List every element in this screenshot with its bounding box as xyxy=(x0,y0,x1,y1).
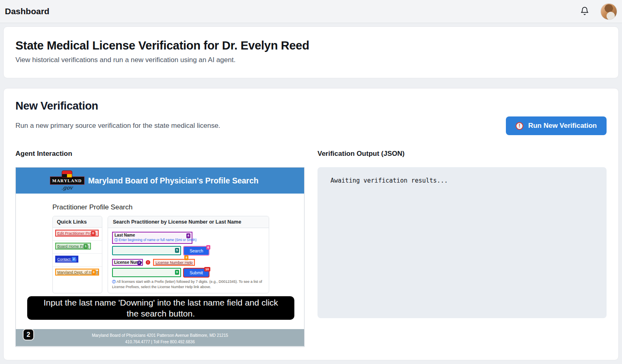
agent-interaction-heading: Agent Interaction xyxy=(15,150,305,158)
run-new-verification-button[interactable]: ! Run New Verification xyxy=(506,116,607,135)
agent-instruction-overlay: Input the last name 'Downing' into the l… xyxy=(27,296,294,320)
license-label-row: License Number 7 ! License Number Help 8 xyxy=(112,259,265,266)
site-header-title: Maryland Board of Physician's Profile Se… xyxy=(88,176,259,185)
info-icon: ⓘ xyxy=(114,238,118,242)
license-number-help-link[interactable]: License Number Help 8 xyxy=(153,259,195,266)
maryland-gov-logo: MARYLAND .gov xyxy=(52,170,82,191)
submit-button[interactable]: Submit 10 xyxy=(184,269,209,277)
info-icon: ⓘ xyxy=(112,280,116,284)
som-badge-7: 7 xyxy=(137,261,141,265)
search-panels: Quick Links Edit Practitioner Profile 0 … xyxy=(52,216,269,293)
new-verification-card: New Verification Run a new primary sourc… xyxy=(3,88,619,360)
new-verification-title: New Verification xyxy=(15,100,607,112)
bell-icon xyxy=(580,6,589,17)
broken-image-icon: ! xyxy=(516,122,523,130)
som-badge-3: 3 xyxy=(92,270,96,275)
link-maryland-dept-health[interactable]: Maryland Dept. of Health 3 xyxy=(55,269,99,276)
two-column-layout: Agent Interaction MARYLAND .gov Maryland… xyxy=(15,150,607,347)
som-badge-6: 6 xyxy=(206,245,210,250)
license-number-label: License Number 7 xyxy=(112,259,143,266)
last-name-hint: ⓘ Enter beginning of name or full name (… xyxy=(114,238,190,242)
maryland-logo-gov: .gov xyxy=(61,185,73,191)
description-row: Run a new primary source verification fo… xyxy=(15,116,607,135)
verification-output-column: Verification Output (JSON) Awaiting veri… xyxy=(317,150,607,347)
maryland-crest-icon xyxy=(62,170,72,178)
verification-header-card: State Medical License Verification for D… xyxy=(3,26,619,78)
agent-browser-screenshot: MARYLAND .gov Maryland Board of Physicia… xyxy=(15,167,305,347)
footer-phone: 410.764.4777 | Toll Free 800.492.6836 xyxy=(16,339,304,345)
som-badge-9: 9 xyxy=(175,270,179,275)
search-practitioner-panel: Search Practitioner by License Number or… xyxy=(108,216,269,293)
link-contact-us[interactable]: Contact Us 2 xyxy=(55,256,78,263)
verification-output-box: Awaiting verification results... xyxy=(317,167,607,318)
user-avatar[interactable] xyxy=(600,3,617,20)
license-note: ⓘ All licenses start with a Prefix (lett… xyxy=(112,279,267,290)
step-number-badge: 2 xyxy=(23,329,34,340)
last-name-row: 5 Search 6 xyxy=(112,246,265,255)
list-item: Maryland Dept. of Health 3 xyxy=(53,267,102,279)
notifications-button[interactable] xyxy=(578,4,592,18)
last-name-input[interactable]: 5 xyxy=(112,246,181,255)
som-badge-5: 5 xyxy=(175,248,179,253)
som-badge-8: 8 xyxy=(184,255,188,260)
som-badge-4: 4 xyxy=(186,233,190,238)
quick-links-title: Quick Links xyxy=(53,216,102,228)
som-badge-0: 0 xyxy=(91,231,95,236)
main-content: State Medical License Verification for D… xyxy=(0,23,622,364)
search-panel-body: Last Name ⓘ Enter beginning of name or f… xyxy=(108,228,269,293)
verification-subtitle: View historical verifications and run a … xyxy=(15,56,607,64)
footer-address: Maryland Board of Physicians 4201 Patter… xyxy=(16,332,304,339)
list-item: Edit Practitioner Profile 0 xyxy=(53,228,102,241)
maryland-site-header: MARYLAND .gov Maryland Board of Physicia… xyxy=(16,168,304,194)
license-number-input[interactable]: 9 xyxy=(112,268,181,277)
maryland-logo-text: MARYLAND xyxy=(50,177,84,185)
som-badge-2: 2 xyxy=(72,257,76,262)
agent-interaction-column: Agent Interaction MARYLAND .gov Maryland… xyxy=(15,150,305,347)
search-panel-title: Search Practitioner by License Number or… xyxy=(108,216,269,228)
som-badge-1: 1 xyxy=(84,244,88,249)
link-edit-practitioner-profile[interactable]: Edit Practitioner Profile 0 xyxy=(55,230,99,237)
awaiting-results-text: Awaiting verification results... xyxy=(330,177,448,184)
verification-title: State Medical License Verification for D… xyxy=(15,39,607,52)
som-badge-10: 10 xyxy=(204,267,210,272)
license-number-row: 9 Submit 10 xyxy=(112,268,265,277)
search-button[interactable]: Search 6 xyxy=(184,247,209,255)
topbar: Dashboard xyxy=(0,0,622,23)
practitioner-search-title: Practitioner Profile Search xyxy=(52,203,132,211)
list-item: Board Home Page 1 xyxy=(53,241,102,254)
last-name-label-block: Last Name ⓘ Enter beginning of name or f… xyxy=(112,232,192,244)
quick-links-panel: Quick Links Edit Practitioner Profile 0 … xyxy=(52,216,102,293)
link-board-home-page[interactable]: Board Home Page 1 xyxy=(55,243,91,250)
run-button-label: Run New Verification xyxy=(528,122,597,130)
alert-icon: ! xyxy=(146,260,150,265)
new-verification-description: Run a new primary source verification fo… xyxy=(15,122,220,130)
verification-output-heading: Verification Output (JSON) xyxy=(317,150,607,158)
page-title: Dashboard xyxy=(5,6,50,16)
maryland-site-footer: Maryland Board of Physicians 4201 Patter… xyxy=(16,329,304,346)
list-item: Contact Us 2 xyxy=(53,254,102,267)
last-name-label: Last Name xyxy=(114,233,190,237)
